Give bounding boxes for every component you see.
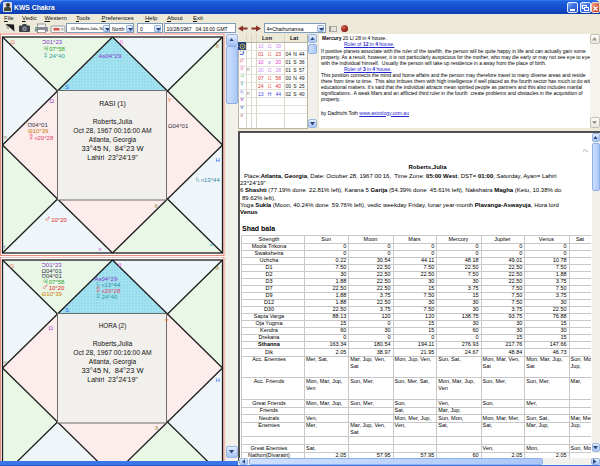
svg-text:As04°29: As04°29 [99,53,122,59]
svg-text:Ω: Ω [11,39,16,45]
svg-text:Roberts,Julia: Roberts,Julia [93,118,133,125]
svg-text:RASI (1): RASI (1) [99,100,126,108]
svg-text:II: II [118,262,122,268]
svg-text:33°45 N, 84°23 W: 33°45 N, 84°23 W [81,367,144,374]
svg-text:x: x [99,246,102,252]
svg-text:Υ: Υ [168,97,172,103]
svg-text:H: H [216,377,220,383]
svg-text:S: S [65,307,69,313]
svg-text:33°45 N, 84°23 W: 33°45 N, 84°23 W [81,145,144,152]
svg-text:II: II [120,39,124,45]
svg-text:S: S [65,84,69,90]
svg-text:Ω: Ω [49,325,54,331]
svg-text:Oct 28, 1967 00:16:00 AM: Oct 28, 1967 00:16:00 AM [73,349,152,356]
svg-text:Υ: Υ [165,318,169,324]
svg-text:Atlanta, Georgia: Atlanta, Georgia [89,136,136,144]
svg-text:Lahiri 23°24'19": Lahiri 23°24'19" [87,154,138,161]
svg-text:Ʊ04°01: Ʊ04°01 [28,122,49,128]
svg-text:m: m [4,135,8,140]
svg-text:Lahiri 23°24'19": Lahiri 23°24'19" [87,376,138,383]
svg-text:=: = [210,242,214,248]
svg-text:HORA (2): HORA (2) [99,322,127,330]
svg-text:Oct 28, 1967 00:16:00 AM: Oct 28, 1967 00:16:00 AM [73,127,152,134]
svg-text:H: H [216,157,220,163]
svg-text:Ω: Ω [50,98,55,104]
svg-text:Ω04°01: Ω04°01 [168,123,189,129]
svg-text:Ω: Ω [10,263,15,269]
svg-text:Roberts,Julia: Roberts,Julia [93,340,133,347]
svg-text:m: m [4,360,8,365]
svg-text:Θ10°39: Θ10°39 [42,291,63,297]
svg-text:Atlanta, Georgia: Atlanta, Georgia [89,358,136,366]
